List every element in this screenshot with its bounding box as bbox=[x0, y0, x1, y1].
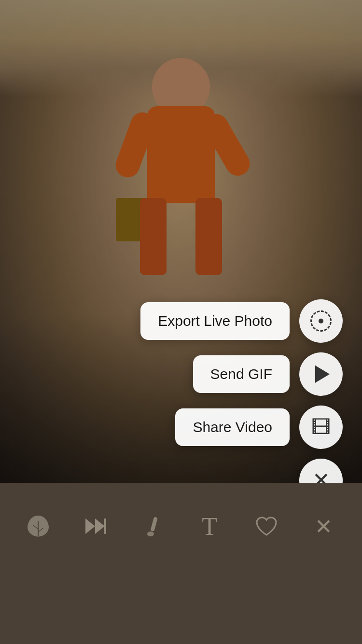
svg-rect-6 bbox=[150, 517, 157, 532]
film-icon: 🎞 bbox=[311, 417, 331, 438]
export-live-photo-button[interactable]: Export Live Photo bbox=[140, 302, 290, 340]
share-video-row: Share Video 🎞 bbox=[175, 406, 343, 449]
heart-icon bbox=[254, 514, 279, 539]
send-gif-circle-button[interactable] bbox=[299, 352, 343, 396]
toolbar-leaf-button[interactable] bbox=[19, 507, 57, 546]
toolbar-heart-button[interactable] bbox=[247, 507, 286, 546]
brush-icon bbox=[140, 514, 165, 539]
send-gif-icon bbox=[315, 365, 330, 383]
app: Export Live Photo Send GIF Share Video 🎞 bbox=[0, 0, 362, 644]
close-menu-button[interactable]: ✕ bbox=[299, 459, 343, 483]
menu-container: Export Live Photo Send GIF Share Video 🎞 bbox=[140, 299, 343, 483]
share-video-circle-button[interactable]: 🎞 bbox=[299, 406, 343, 449]
toolbar-close-button[interactable]: ✕ bbox=[305, 507, 343, 546]
send-gif-row: Send GIF bbox=[193, 352, 343, 396]
live-photo-circle-button[interactable] bbox=[299, 299, 343, 343]
svg-point-7 bbox=[147, 532, 154, 536]
export-live-photo-row: Export Live Photo bbox=[140, 299, 343, 343]
leaf-icon bbox=[26, 514, 51, 539]
close-menu-row: ✕ bbox=[299, 459, 343, 483]
toolbar-brush-button[interactable] bbox=[133, 507, 172, 546]
share-video-button[interactable]: Share Video bbox=[175, 408, 290, 446]
close-menu-icon: ✕ bbox=[312, 470, 330, 483]
toolbar-skip-button[interactable] bbox=[76, 507, 114, 546]
text-icon: T bbox=[202, 512, 217, 541]
svg-rect-5 bbox=[104, 518, 106, 534]
send-gif-button[interactable]: Send GIF bbox=[193, 355, 290, 393]
live-photo-icon bbox=[310, 310, 332, 332]
svg-marker-3 bbox=[85, 518, 95, 534]
toolbar-close-icon: ✕ bbox=[315, 514, 333, 539]
bottom-toolbar: T ✕ bbox=[0, 483, 362, 644]
toolbar-text-button[interactable]: T bbox=[190, 507, 229, 546]
skip-icon bbox=[83, 514, 108, 539]
svg-marker-4 bbox=[95, 518, 105, 534]
photo-area: Export Live Photo Send GIF Share Video 🎞 bbox=[0, 0, 362, 483]
